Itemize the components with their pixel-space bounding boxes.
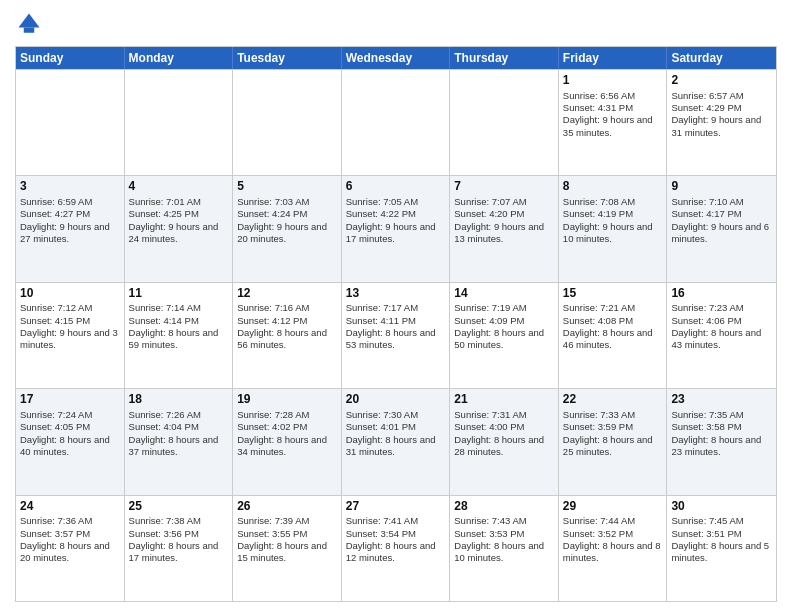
day-number: 9 [671, 179, 772, 195]
cal-header-cell: Tuesday [233, 47, 342, 69]
day-number: 22 [563, 392, 663, 408]
day-info: Sunset: 4:12 PM [237, 315, 337, 327]
day-info: Sunset: 4:20 PM [454, 208, 554, 220]
day-info: Sunset: 4:17 PM [671, 208, 772, 220]
calendar-cell: 30Sunrise: 7:45 AMSunset: 3:51 PMDayligh… [667, 496, 776, 601]
day-info: Sunset: 4:29 PM [671, 102, 772, 114]
calendar-cell [233, 70, 342, 175]
calendar-header: SundayMondayTuesdayWednesdayThursdayFrid… [16, 47, 776, 69]
day-number: 28 [454, 499, 554, 515]
day-number: 12 [237, 286, 337, 302]
day-info: Sunrise: 7:30 AM [346, 409, 446, 421]
calendar-cell: 7Sunrise: 7:07 AMSunset: 4:20 PMDaylight… [450, 176, 559, 281]
day-info: Sunset: 4:00 PM [454, 421, 554, 433]
calendar-cell: 25Sunrise: 7:38 AMSunset: 3:56 PMDayligh… [125, 496, 234, 601]
day-info: Sunset: 3:53 PM [454, 528, 554, 540]
day-number: 8 [563, 179, 663, 195]
day-info: Sunset: 4:06 PM [671, 315, 772, 327]
day-info: Sunset: 4:25 PM [129, 208, 229, 220]
day-info: Daylight: 8 hours and 59 minutes. [129, 327, 229, 352]
day-info: Sunset: 4:02 PM [237, 421, 337, 433]
day-number: 27 [346, 499, 446, 515]
day-info: Sunset: 4:14 PM [129, 315, 229, 327]
day-number: 13 [346, 286, 446, 302]
calendar-cell: 10Sunrise: 7:12 AMSunset: 4:15 PMDayligh… [16, 283, 125, 388]
svg-rect-1 [24, 28, 35, 33]
day-number: 18 [129, 392, 229, 408]
calendar-body: 1Sunrise: 6:56 AMSunset: 4:31 PMDaylight… [16, 69, 776, 601]
calendar-cell [125, 70, 234, 175]
day-number: 30 [671, 499, 772, 515]
calendar-cell: 8Sunrise: 7:08 AMSunset: 4:19 PMDaylight… [559, 176, 668, 281]
svg-marker-0 [19, 14, 40, 28]
calendar-cell: 14Sunrise: 7:19 AMSunset: 4:09 PMDayligh… [450, 283, 559, 388]
day-info: Sunset: 4:27 PM [20, 208, 120, 220]
day-info: Sunrise: 7:41 AM [346, 515, 446, 527]
day-number: 17 [20, 392, 120, 408]
calendar-cell: 11Sunrise: 7:14 AMSunset: 4:14 PMDayligh… [125, 283, 234, 388]
calendar-cell: 9Sunrise: 7:10 AMSunset: 4:17 PMDaylight… [667, 176, 776, 281]
day-info: Sunset: 4:08 PM [563, 315, 663, 327]
cal-header-cell: Thursday [450, 47, 559, 69]
day-info: Daylight: 8 hours and 5 minutes. [671, 540, 772, 565]
day-info: Sunrise: 7:43 AM [454, 515, 554, 527]
calendar-cell: 19Sunrise: 7:28 AMSunset: 4:02 PMDayligh… [233, 389, 342, 494]
day-info: Sunrise: 7:17 AM [346, 302, 446, 314]
day-info: Sunset: 4:01 PM [346, 421, 446, 433]
calendar-cell: 18Sunrise: 7:26 AMSunset: 4:04 PMDayligh… [125, 389, 234, 494]
day-info: Daylight: 8 hours and 40 minutes. [20, 434, 120, 459]
day-info: Daylight: 8 hours and 10 minutes. [454, 540, 554, 565]
calendar-cell: 4Sunrise: 7:01 AMSunset: 4:25 PMDaylight… [125, 176, 234, 281]
day-info: Daylight: 8 hours and 43 minutes. [671, 327, 772, 352]
day-info: Daylight: 8 hours and 50 minutes. [454, 327, 554, 352]
logo [15, 10, 47, 38]
day-number: 1 [563, 73, 663, 89]
calendar: SundayMondayTuesdayWednesdayThursdayFrid… [15, 46, 777, 602]
calendar-cell: 15Sunrise: 7:21 AMSunset: 4:08 PMDayligh… [559, 283, 668, 388]
calendar-row: 17Sunrise: 7:24 AMSunset: 4:05 PMDayligh… [16, 388, 776, 494]
day-info: Daylight: 9 hours and 3 minutes. [20, 327, 120, 352]
day-number: 7 [454, 179, 554, 195]
day-number: 21 [454, 392, 554, 408]
day-info: Sunrise: 7:24 AM [20, 409, 120, 421]
calendar-cell: 6Sunrise: 7:05 AMSunset: 4:22 PMDaylight… [342, 176, 451, 281]
day-number: 3 [20, 179, 120, 195]
day-info: Daylight: 8 hours and 12 minutes. [346, 540, 446, 565]
calendar-row: 10Sunrise: 7:12 AMSunset: 4:15 PMDayligh… [16, 282, 776, 388]
day-info: Sunset: 4:15 PM [20, 315, 120, 327]
day-info: Daylight: 9 hours and 31 minutes. [671, 114, 772, 139]
day-info: Sunrise: 6:57 AM [671, 90, 772, 102]
calendar-row: 24Sunrise: 7:36 AMSunset: 3:57 PMDayligh… [16, 495, 776, 601]
day-info: Sunset: 3:58 PM [671, 421, 772, 433]
day-info: Sunrise: 7:05 AM [346, 196, 446, 208]
day-info: Daylight: 8 hours and 28 minutes. [454, 434, 554, 459]
calendar-cell [342, 70, 451, 175]
day-info: Sunrise: 7:35 AM [671, 409, 772, 421]
calendar-cell: 22Sunrise: 7:33 AMSunset: 3:59 PMDayligh… [559, 389, 668, 494]
day-number: 6 [346, 179, 446, 195]
calendar-cell: 12Sunrise: 7:16 AMSunset: 4:12 PMDayligh… [233, 283, 342, 388]
day-info: Daylight: 9 hours and 35 minutes. [563, 114, 663, 139]
day-number: 19 [237, 392, 337, 408]
page: SundayMondayTuesdayWednesdayThursdayFrid… [0, 0, 792, 612]
day-info: Sunset: 4:11 PM [346, 315, 446, 327]
day-info: Sunset: 4:09 PM [454, 315, 554, 327]
day-number: 23 [671, 392, 772, 408]
day-info: Sunrise: 7:44 AM [563, 515, 663, 527]
calendar-cell [450, 70, 559, 175]
day-info: Daylight: 8 hours and 20 minutes. [20, 540, 120, 565]
day-info: Sunset: 3:56 PM [129, 528, 229, 540]
cal-header-cell: Friday [559, 47, 668, 69]
day-info: Sunrise: 7:03 AM [237, 196, 337, 208]
calendar-cell: 21Sunrise: 7:31 AMSunset: 4:00 PMDayligh… [450, 389, 559, 494]
header [15, 10, 777, 38]
day-info: Daylight: 9 hours and 17 minutes. [346, 221, 446, 246]
day-number: 16 [671, 286, 772, 302]
day-info: Daylight: 8 hours and 8 minutes. [563, 540, 663, 565]
day-info: Sunrise: 7:21 AM [563, 302, 663, 314]
day-number: 14 [454, 286, 554, 302]
day-info: Daylight: 8 hours and 15 minutes. [237, 540, 337, 565]
cal-header-cell: Sunday [16, 47, 125, 69]
day-number: 4 [129, 179, 229, 195]
day-info: Sunset: 3:59 PM [563, 421, 663, 433]
